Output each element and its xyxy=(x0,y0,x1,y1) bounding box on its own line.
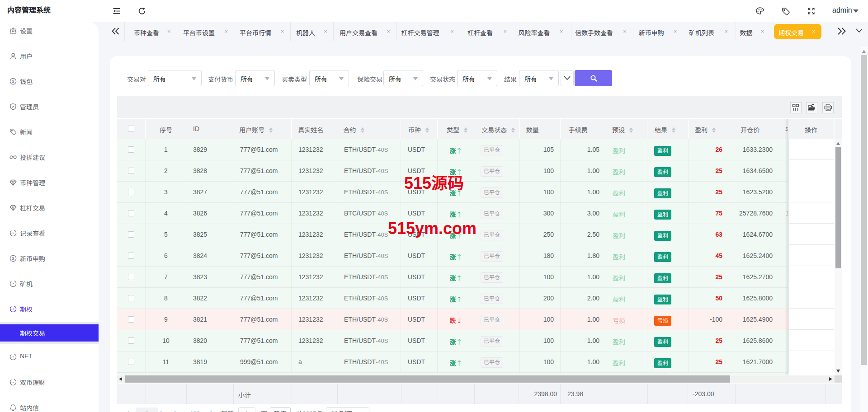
svg-text:$: $ xyxy=(12,256,14,261)
svg-text:$: $ xyxy=(12,79,14,84)
